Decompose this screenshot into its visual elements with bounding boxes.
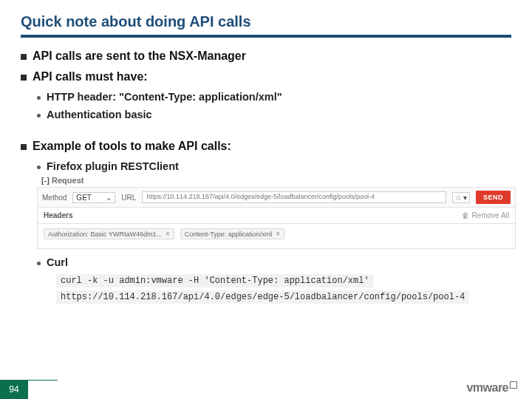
request-label: Request [52, 176, 83, 185]
collapse-icon[interactable]: [-] [41, 176, 50, 185]
slide-footer: 94 vmware [0, 374, 532, 399]
dot-bullet-icon [37, 166, 41, 169]
star-icon: ☆ [455, 194, 462, 202]
curl-code-block: curl -k -u admin:vmware -H 'Content-Type… [56, 273, 511, 305]
sub-bullet-item: Curl [37, 256, 511, 268]
chevron-down-icon: ▾ [463, 194, 467, 202]
code-line: curl -k -u admin:vmware -H 'Content-Type… [56, 274, 374, 287]
header-tag-text: Content-Type: application/xml [185, 231, 273, 238]
footer-accent-line [28, 380, 58, 381]
header-tag-text: Authorization: Basic YWRtaW46dm1... [48, 231, 162, 238]
method-label: Method [42, 194, 66, 202]
page-number: 94 [0, 380, 28, 399]
bullet-text: API calls are sent to the NSX-Manager [33, 50, 246, 63]
sub-bullet-text: Firefox plugin RESTClient [47, 160, 179, 172]
sub-bullet-text: Curl [47, 256, 68, 268]
title-underline [21, 35, 511, 38]
dot-bullet-icon [37, 262, 41, 265]
url-input[interactable]: https://10.114.218.167/api/4.0/edges/edg… [142, 191, 446, 203]
bullet-text: Example of tools to make API calls: [33, 140, 231, 153]
sub-bullet-text: HTTP header: "Content-Type: application/… [47, 91, 282, 103]
close-icon[interactable]: × [166, 230, 170, 238]
logo-box-icon [510, 381, 517, 389]
dot-bullet-icon [37, 114, 41, 117]
bullet-item: API calls are sent to the NSX-Manager [21, 50, 511, 63]
vmware-logo: vmware [466, 381, 517, 395]
sub-bullet-item: Firefox plugin RESTClient [37, 160, 511, 172]
bullet-item: API calls must have: [21, 70, 511, 83]
sub-bullet-item: HTTP header: "Content-Type: application/… [37, 91, 511, 103]
bullet-text: API calls must have: [33, 70, 148, 83]
header-tags-row: Authorization: Basic YWRtaW46dm1... × Co… [37, 224, 516, 249]
restclient-panel: [-] Request Method GET ⌄ URL https://10.… [37, 174, 516, 249]
request-row: Method GET ⌄ URL https://10.114.218.167/… [37, 187, 516, 208]
send-button[interactable]: SEND [476, 191, 511, 204]
request-header: [-] Request [37, 174, 516, 187]
code-line: https://10.114.218.167/api/4.0/edges/edg… [56, 290, 469, 304]
header-tag-content-type[interactable]: Content-Type: application/xml × [180, 228, 284, 239]
remove-all-label: Remove All [471, 211, 509, 219]
dot-bullet-icon [37, 96, 41, 100]
bullet-item: Example of tools to make API calls: [21, 140, 511, 153]
chevron-down-icon: ⌄ [106, 194, 112, 202]
square-bullet-icon [21, 75, 27, 81]
remove-all-button[interactable]: 🗑 Remove All [462, 211, 509, 219]
slide-title: Quick note about doing API calls [21, 13, 511, 35]
favorites-toggle[interactable]: ☆ ▾ [452, 192, 470, 203]
square-bullet-icon [21, 54, 27, 60]
logo-text: vmware [466, 381, 508, 394]
method-value: GET [76, 194, 92, 202]
close-icon[interactable]: × [276, 230, 280, 238]
trash-icon: 🗑 [462, 211, 469, 219]
header-tag-auth[interactable]: Authorization: Basic YWRtaW46dm1... × [44, 228, 174, 239]
method-select[interactable]: GET ⌄ [72, 192, 115, 203]
sub-bullet-item: Authentication basic [37, 109, 511, 120]
sub-bullet-text: Authentication basic [47, 109, 152, 120]
url-label: URL [121, 194, 136, 202]
square-bullet-icon [21, 144, 27, 150]
headers-label: Headers [44, 211, 72, 219]
headers-bar: Headers 🗑 Remove All [37, 208, 516, 224]
